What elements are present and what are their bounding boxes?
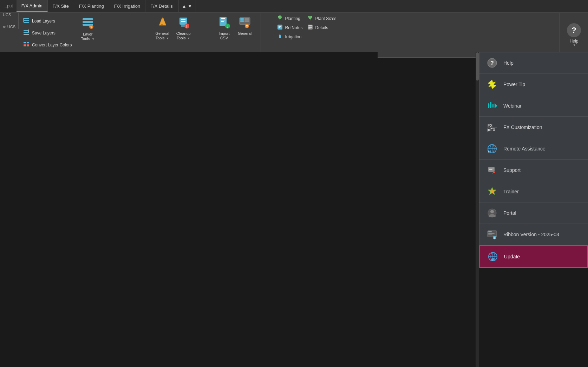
remote-assistance-menu-item[interactable]: Remote Assistance [479, 138, 588, 160]
general-tools-svg [156, 15, 169, 29]
webinar-icon [486, 99, 498, 112]
trainer-menu-item[interactable]: Trainer [479, 181, 588, 202]
svg-rect-6 [24, 34, 29, 35]
plant-sizes-pref-btn[interactable]: Plant Sizes [306, 14, 338, 23]
convert-layer-colors-btn[interactable]: Convert Layer Colors [21, 39, 74, 51]
svg-text:↓: ↓ [492, 259, 494, 261]
help-ribbon-btn[interactable]: ? Help ▼ [560, 13, 588, 57]
remote-assistance-label: Remote Assistance [503, 146, 545, 152]
update-menu-item[interactable]: ↓ Update [479, 245, 588, 268]
svg-rect-76 [488, 234, 492, 235]
cleanup-tools-btn[interactable]: ! CleanupTools ▼ [174, 14, 194, 42]
svg-rect-26 [221, 18, 225, 19]
tab-icon[interactable]: ▲ ▼ [178, 0, 196, 12]
data-group-items: ↓ ImportCSV ⚙ Gener [215, 14, 254, 51]
refnotes-pref-btn[interactable]: RefNotes [275, 23, 304, 32]
ribbon-version-menu-item[interactable]: i Ribbon Version - 2025-03 [479, 224, 588, 245]
convert-layers-svg [23, 41, 30, 48]
fx-customization-label: FX Customization [503, 124, 542, 130]
svg-rect-18 [161, 24, 163, 25]
svg-rect-50 [308, 27, 312, 28]
svg-rect-8 [24, 44, 26, 45]
import-csv-btn[interactable]: ↓ ImportCSV [215, 14, 234, 42]
save-layers-btn[interactable]: Save Layers [21, 27, 74, 39]
details-svg [307, 24, 313, 30]
general-tools-btn[interactable]: GeneralTools ▼ [153, 14, 172, 42]
save-layers-icon [23, 29, 30, 37]
svg-text:!: ! [186, 25, 187, 28]
ucs-label-1: UCS [3, 13, 15, 17]
svg-rect-51 [308, 28, 311, 29]
support-menu-item[interactable]: Support [479, 160, 588, 181]
support-svg [487, 165, 497, 175]
svg-rect-10 [27, 42, 29, 43]
svg-text:↓: ↓ [227, 24, 229, 29]
help-label: Help [570, 39, 579, 44]
svg-rect-12 [27, 45, 29, 46]
svg-point-47 [311, 16, 312, 18]
svg-marker-57 [495, 103, 497, 108]
fx-customization-menu-item[interactable]: FX ▶FX FX Customization [479, 117, 588, 138]
cleanup-tools-arrow: ▼ [188, 37, 190, 40]
pref-right-col: Plant Sizes Details [306, 14, 338, 32]
svg-rect-33 [240, 20, 244, 22]
svg-text:⚙: ⚙ [246, 25, 248, 28]
irrigation-pref-label: Irrigation [285, 34, 302, 39]
svg-rect-75 [488, 233, 495, 234]
portal-menu-item[interactable]: Portal [479, 202, 588, 224]
irrigation-pref-btn[interactable]: Irrigation [275, 32, 304, 41]
power-tip-menu-item[interactable]: Power Tip [479, 74, 588, 95]
svg-rect-56 [492, 104, 494, 108]
svg-point-68 [494, 172, 495, 173]
power-tip-label: Power Tip [503, 82, 525, 87]
general-data-btn[interactable]: ⚙ General [235, 14, 254, 37]
import-csv-icon: ↓ [217, 15, 231, 31]
svg-rect-34 [244, 18, 249, 20]
planting-pref-btn[interactable]: Planting [275, 14, 304, 23]
tab-fx-planting[interactable]: F/X Planting [74, 0, 109, 12]
general-data-icon: ⚙ [238, 15, 251, 31]
svg-rect-13 [83, 18, 93, 20]
scrollbar-thumb[interactable] [476, 52, 479, 81]
help-menu-icon: ? [486, 57, 498, 69]
svg-rect-27 [221, 20, 225, 20]
tab-fx-site[interactable]: F/X Site [48, 0, 74, 12]
layers-group-items: Load Layers Save Layers [21, 14, 136, 51]
svg-rect-3 [23, 18, 24, 22]
layer-tools-dropdown-arrow: ▼ [92, 38, 94, 41]
tab-fx-admin[interactable]: F/X Admin [17, 0, 48, 12]
irrigation-icon [277, 33, 283, 40]
details-pref-btn[interactable]: Details [306, 23, 338, 32]
svg-rect-11 [27, 44, 29, 45]
load-layers-icon [23, 17, 30, 25]
svg-rect-66 [489, 168, 494, 168]
svg-rect-49 [308, 25, 312, 26]
tab-fx-details[interactable]: F/X Details [145, 0, 178, 12]
layer-tools-btn[interactable]: ✎ LayerTools ▼ [78, 15, 97, 43]
svg-rect-45 [310, 19, 311, 20]
cleanup-tools-svg: ! [177, 15, 190, 29]
import-csv-label: ImportCSV [218, 31, 229, 40]
load-layers-btn[interactable]: Load Layers [21, 15, 74, 27]
svg-point-40 [278, 16, 280, 17]
portal-svg [487, 208, 497, 218]
svg-rect-2 [24, 22, 29, 23]
pref-left-col: Planting RefNotes [275, 14, 304, 41]
scrollbar-track[interactable] [476, 52, 479, 367]
portal-icon [486, 207, 498, 219]
ribbon-group-general: GeneralTools ▼ ! CleanupTools ▼ Gener [138, 13, 208, 57]
general-tools-icon [156, 15, 169, 31]
svg-rect-32 [240, 18, 244, 20]
ribbon-group-data: ↓ ImportCSV ⚙ Gener [208, 13, 261, 57]
load-layers-label: Load Layers [32, 19, 55, 24]
help-menu-item[interactable]: ? Help [479, 52, 588, 74]
tab-fx-irrigation[interactable]: F/X Irrigation [109, 0, 145, 12]
help-dropdown-arrow: ▼ [573, 44, 576, 47]
fx-svg: FX ▶FX [487, 122, 497, 133]
update-label: Update [504, 254, 520, 259]
general-group-items: GeneralTools ▼ ! CleanupTools ▼ [153, 14, 194, 51]
plant-sizes-svg [307, 15, 313, 21]
webinar-menu-item[interactable]: Webinar [479, 95, 588, 117]
svg-rect-67 [489, 169, 492, 170]
help-icon-circle: ? [567, 23, 581, 37]
